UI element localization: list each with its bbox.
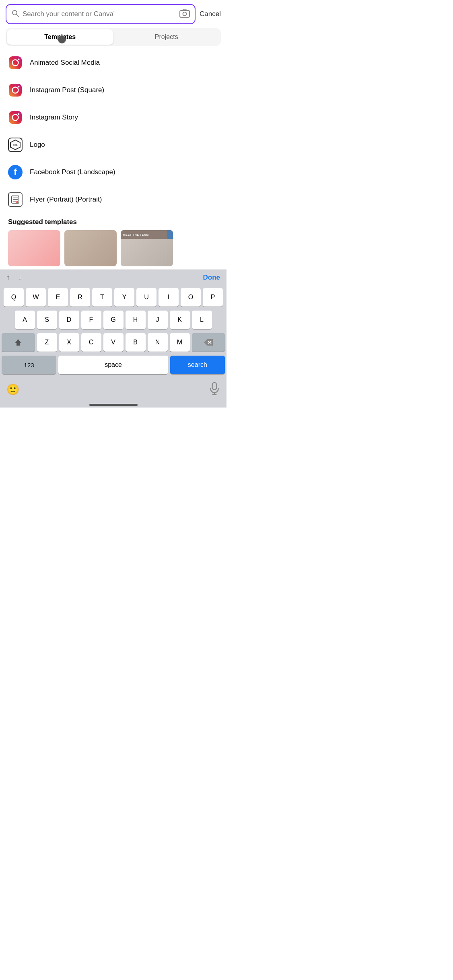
- suggested-cards-row: MEET THE TEAM: [8, 230, 218, 266]
- keyboard-row-2: A S D F G H J K L: [2, 311, 225, 329]
- key-space[interactable]: space: [58, 356, 168, 374]
- search-icon: [11, 9, 19, 19]
- key-p[interactable]: P: [203, 288, 223, 307]
- list-item-label-instagram-post-square: Instagram Post (Square): [30, 86, 104, 94]
- list-item-label-flyer-portrait: Flyer (Portrait) (Portrait): [30, 196, 102, 204]
- key-o[interactable]: O: [181, 288, 201, 307]
- search-bar: Cancel: [0, 0, 226, 28]
- list-item-facebook-post-landscape[interactable]: f Facebook Post (Landscape): [0, 159, 226, 186]
- list-container: Animated Social Media Instagra: [0, 49, 226, 213]
- key-i[interactable]: I: [159, 288, 179, 307]
- svg-point-3: [183, 12, 187, 16]
- svg-line-1: [16, 14, 19, 17]
- list-item-animated-social-media[interactable]: Animated Social Media: [0, 49, 226, 76]
- instagram-icon-story: [8, 110, 23, 125]
- home-indicator: [0, 401, 226, 408]
- toolbar-done-button[interactable]: Done: [203, 274, 220, 282]
- key-search[interactable]: search: [170, 356, 225, 374]
- list-item-label-facebook-post: Facebook Post (Landscape): [30, 168, 115, 176]
- mic-icon[interactable]: [209, 382, 220, 397]
- keyboard: Q W E R T Y U I O P A S D F G H J K L Z …: [0, 285, 226, 380]
- suggested-card-2[interactable]: [64, 230, 117, 266]
- suggested-card-1[interactable]: [8, 230, 60, 266]
- suggested-card-3[interactable]: MEET THE TEAM: [121, 230, 173, 266]
- toolbar-up-arrow[interactable]: ↑: [6, 273, 10, 282]
- svg-rect-5: [9, 56, 22, 69]
- key-f[interactable]: F: [81, 311, 101, 329]
- facebook-icon: f: [8, 165, 23, 179]
- key-g[interactable]: G: [103, 311, 124, 329]
- tab-projects[interactable]: Projects: [113, 29, 220, 45]
- key-k[interactable]: K: [170, 311, 190, 329]
- key-z[interactable]: Z: [37, 333, 57, 352]
- svg-point-10: [18, 86, 20, 88]
- key-w[interactable]: W: [26, 288, 46, 307]
- camera-icon[interactable]: [179, 9, 190, 19]
- key-n[interactable]: N: [148, 333, 168, 352]
- key-h[interactable]: H: [126, 311, 146, 329]
- flyer-icon: [8, 192, 23, 207]
- list-item-label-instagram-story: Instagram Story: [30, 113, 78, 121]
- svg-rect-2: [180, 10, 189, 17]
- key-y[interactable]: Y: [114, 288, 134, 307]
- toolbar-arrows: ↑ ↓: [6, 273, 22, 282]
- key-a[interactable]: A: [15, 311, 35, 329]
- list-item-logo[interactable]: CO. Logo: [0, 131, 226, 159]
- svg-text:CO.: CO.: [13, 144, 18, 146]
- list-item-instagram-post-square[interactable]: Instagram Post (Square): [0, 76, 226, 104]
- svg-point-13: [18, 113, 20, 115]
- emoji-button[interactable]: 🙂: [6, 383, 19, 396]
- keyboard-row-3: Z X C V B N M: [2, 333, 225, 352]
- list-item-label-logo: Logo: [30, 141, 45, 149]
- key-b[interactable]: B: [126, 333, 146, 352]
- key-e[interactable]: E: [48, 288, 68, 307]
- svg-marker-24: [204, 339, 213, 346]
- keyboard-bottom: 🙂: [0, 380, 226, 401]
- suggested-templates-section: Suggested templates MEET THE TEAM: [0, 213, 226, 270]
- key-c[interactable]: C: [81, 333, 101, 352]
- key-r[interactable]: R: [70, 288, 90, 307]
- cancel-button[interactable]: Cancel: [200, 8, 221, 20]
- logo-icon: CO.: [8, 138, 23, 152]
- key-u[interactable]: U: [136, 288, 156, 307]
- toolbar-down-arrow[interactable]: ↓: [18, 273, 22, 282]
- svg-point-7: [18, 59, 20, 60]
- key-l[interactable]: L: [192, 311, 212, 329]
- search-input-wrapper[interactable]: [6, 4, 196, 24]
- key-shift[interactable]: [2, 333, 35, 352]
- suggested-templates-title: Suggested templates: [8, 218, 218, 226]
- list-item-instagram-story[interactable]: Instagram Story: [0, 104, 226, 131]
- instagram-icon-post-square: [8, 83, 23, 97]
- svg-rect-8: [9, 84, 22, 97]
- instagram-icon-animated: [8, 56, 23, 70]
- key-q[interactable]: Q: [4, 288, 24, 307]
- key-m[interactable]: M: [170, 333, 190, 352]
- svg-rect-11: [9, 111, 22, 124]
- svg-rect-27: [212, 383, 217, 390]
- key-x[interactable]: X: [59, 333, 79, 352]
- key-d[interactable]: D: [59, 311, 79, 329]
- key-s[interactable]: S: [37, 311, 57, 329]
- key-123[interactable]: 123: [2, 356, 56, 374]
- key-v[interactable]: V: [103, 333, 124, 352]
- keyboard-row-1: Q W E R T Y U I O P: [2, 288, 225, 307]
- cursor-indicator: [58, 35, 66, 43]
- keyboard-toolbar: ↑ ↓ Done: [0, 270, 226, 285]
- key-t[interactable]: T: [92, 288, 112, 307]
- search-input[interactable]: [23, 10, 176, 18]
- list-item-label-animated-social-media: Animated Social Media: [30, 59, 100, 67]
- key-delete[interactable]: [192, 333, 225, 352]
- key-j[interactable]: J: [148, 311, 168, 329]
- list-item-flyer-portrait[interactable]: Flyer (Portrait) (Portrait): [0, 186, 226, 213]
- tabs-container: Templates Projects: [6, 28, 221, 46]
- svg-marker-23: [15, 339, 21, 346]
- home-bar: [89, 404, 138, 406]
- keyboard-row-bottom: 123 space search: [2, 356, 225, 374]
